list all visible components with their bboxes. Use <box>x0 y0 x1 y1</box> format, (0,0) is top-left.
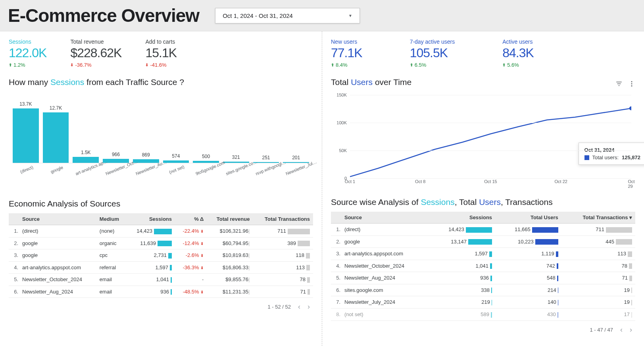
svg-point-3 <box>629 106 631 110</box>
column-header[interactable]: Medium <box>96 213 127 225</box>
table-row[interactable]: 2. google 13,147 10,223 445 <box>331 236 635 248</box>
revenue-cell: $10,819.63| <box>207 249 253 262</box>
medium-cell: cpc <box>96 249 127 262</box>
scorecard-change: ⬆5.6% <box>502 62 534 68</box>
next-page-icon[interactable]: › <box>308 303 310 311</box>
column-header[interactable]: Sessions <box>127 213 175 225</box>
transactions-cell: 118 <box>253 249 313 262</box>
column-header[interactable]: Total Transactions <box>253 213 313 225</box>
next-page-icon[interactable]: › <box>630 326 632 334</box>
column-header[interactable]: Total Transactions ▾ <box>561 212 635 224</box>
column-header[interactable] <box>9 213 19 225</box>
bar[interactable]: 500 <box>193 161 219 163</box>
medium-cell: email <box>96 274 127 286</box>
table-row[interactable]: 7. Newsletter_July_2024 219 140 19 <box>331 296 635 309</box>
more-icon[interactable] <box>628 80 635 89</box>
revenue-cell: $106,321.96| <box>207 225 253 237</box>
source-cell: (not set) <box>341 308 429 320</box>
bar[interactable]: 13.7K <box>13 108 39 163</box>
scorecard[interactable]: Sessions 122.0K ⬆1.2% <box>9 39 46 68</box>
date-range-picker[interactable]: Oct 1, 2024 - Oct 31, 2024 ▼ <box>215 8 360 23</box>
users-cell: 430 <box>495 308 561 320</box>
source-cell: google <box>341 236 429 248</box>
prev-page-icon[interactable]: ‹ <box>298 303 300 311</box>
date-range-value: Oct 1, 2024 - Oct 31, 2024 <box>223 12 293 19</box>
bar[interactable]: 12.7K <box>43 112 69 163</box>
column-header[interactable]: Sessions <box>429 212 495 224</box>
table-row[interactable]: 3. google cpc 2,731 -2.6% ⬇ $10,819.63| … <box>9 249 313 262</box>
column-header[interactable]: Source <box>19 213 96 225</box>
table-row[interactable]: 6. Newsletter_Aug_2024 email 936 -48.5% … <box>9 286 313 298</box>
bar-category-label: Newsletter_Oct… <box>105 163 129 176</box>
bar[interactable]: 1.5K <box>73 157 99 163</box>
bar-category-label: Newsletter_Jul… <box>285 163 309 176</box>
sessions-cell: 936 <box>429 272 495 284</box>
scorecard-value: 105.5K <box>410 46 455 60</box>
column-header[interactable]: % Δ <box>175 213 207 225</box>
column-header[interactable]: Source <box>341 212 429 224</box>
svg-point-0 <box>631 81 632 82</box>
users-cell: 10,223 <box>495 236 561 248</box>
table-row[interactable]: 8. (not set) 589 430 17 <box>331 308 635 320</box>
gridline <box>350 95 631 95</box>
tooltip-date: Oct 31, 2024 <box>584 147 640 153</box>
sessions-cell: 219 <box>429 296 495 309</box>
prev-page-icon[interactable]: ‹ <box>620 326 623 334</box>
bar-category-label: art-analytics.ap… <box>75 163 98 176</box>
table-row[interactable]: 4. Newsletter_October_2024 1,041 742 78 <box>331 260 635 272</box>
scorecard-change: ⬆6.5% <box>410 62 455 68</box>
table-row[interactable]: 1. (direct) (none) 14,423 -22.4% ⬇ $106,… <box>9 225 313 237</box>
delta-cell: -48.5% ⬇ <box>175 286 207 298</box>
table-row[interactable]: 4. art-analytics.appspot.com referral 1,… <box>9 261 313 274</box>
bar-value-label: 966 <box>112 152 120 157</box>
users-cell: 140 <box>495 296 561 309</box>
delta-cell: -2.6% ⬇ <box>175 249 207 262</box>
users-line-chart[interactable]: 050K100K150K Oct 1Oct 8Oct 15Oct 22Oct 2… <box>331 95 635 190</box>
x-tick: Oct 1 <box>345 179 355 184</box>
y-tick: 50K <box>339 148 347 153</box>
column-header[interactable]: Total Users <box>495 212 561 224</box>
scorecard[interactable]: Add to carts 15.1K ⬇-41.6% <box>145 39 177 68</box>
economic-table: SourceMediumSessions% ΔTotal revenueTota… <box>9 213 313 298</box>
transactions-cell: 711 <box>561 224 635 236</box>
chart-tooltip: Oct 31, 2024 Total users: 125,872 <box>579 143 644 165</box>
filter-icon[interactable] <box>615 80 623 89</box>
transactions-cell: 389 <box>253 237 313 249</box>
x-tick: Oct 22 <box>555 179 567 184</box>
y-tick: 150K <box>336 93 347 97</box>
x-tick: Oct 29 <box>628 179 634 189</box>
scorecards-left: Sessions 122.0K ⬆1.2% Total revenue $228… <box>9 39 313 68</box>
table-row[interactable]: 5. Newsletter_October_2024 email 1,041 -… <box>9 274 313 286</box>
source-table-pager: 1 - 47 / 47 ‹ › <box>331 321 635 339</box>
source-cell: Newsletter_July_2024 <box>341 296 429 309</box>
medium-cell: referral <box>96 261 127 274</box>
table-row[interactable]: 2. google organic 11,639 -12.4% ⬇ $60,79… <box>9 237 313 249</box>
transactions-cell: 19 <box>561 284 635 296</box>
scorecard-label: 7-day active users <box>410 39 455 45</box>
scorecard-change: ⬇-41.6% <box>145 62 177 68</box>
scorecard[interactable]: 7-day active users 105.5K ⬆6.5% <box>410 39 455 68</box>
column-header[interactable]: Total revenue <box>207 213 253 225</box>
bar-chart-title: How many Sessions from each Traffic Sour… <box>9 77 313 87</box>
line-chart-title: Total Users over Time <box>331 77 411 87</box>
scorecard[interactable]: Total revenue $228.62K ⬇-36.7% <box>70 39 121 68</box>
bar-category-label: google <box>45 163 69 176</box>
bar-category-label: (not set) <box>165 163 189 176</box>
bar[interactable]: 321 <box>223 162 249 163</box>
bar-value-label: 869 <box>142 152 150 158</box>
table-row[interactable]: 6. sites.google.com 338 214 19 <box>331 284 635 296</box>
column-header[interactable] <box>331 212 341 224</box>
x-tick: Oct 15 <box>484 179 497 184</box>
table-row[interactable]: 3. art-analytics.appspot.com 1,597 1,119… <box>331 248 635 260</box>
bar[interactable]: 201 <box>283 162 309 163</box>
scorecard-label: Add to carts <box>145 39 177 45</box>
bar[interactable]: 574 <box>163 160 189 163</box>
table-row[interactable]: 5. Newsletter_Aug_2024 936 548 71 <box>331 272 635 284</box>
users-cell: 11,665 <box>495 224 561 236</box>
scorecard[interactable]: New users 77.1K ⬆8.4% <box>331 39 362 68</box>
scorecard[interactable]: Active users 84.3K ⬆5.6% <box>502 39 534 68</box>
source-table-title: Source wise Analysis of Sessions, Total … <box>331 197 635 207</box>
scorecard-label: New users <box>331 39 362 45</box>
sessions-bar-chart[interactable]: 13.7K12.7K1.5K966869574500321251201 (dir… <box>9 92 313 195</box>
table-row[interactable]: 1. (direct) 14,423 11,665 711 <box>331 224 635 236</box>
